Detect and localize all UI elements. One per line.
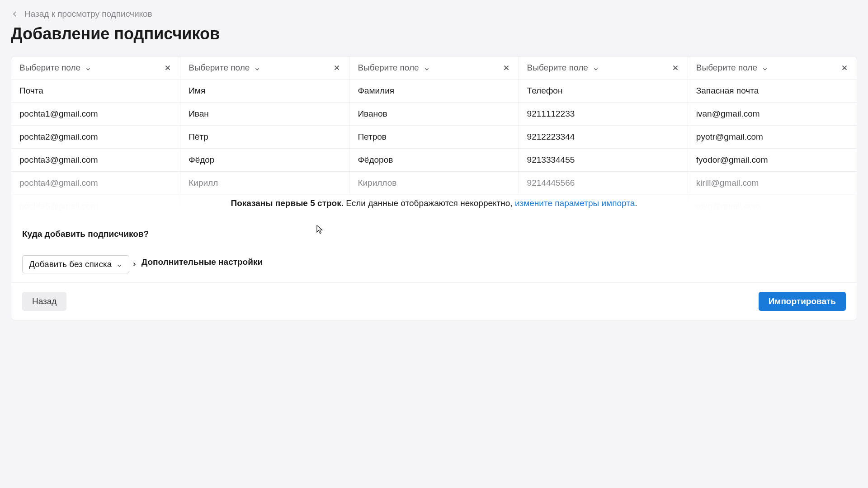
field-select[interactable]: Выберите поле	[696, 63, 768, 73]
table-cell: pyotr@gmail.com	[688, 126, 857, 148]
field-selector-cell: Выберите поле	[688, 56, 857, 79]
chevron-right-icon	[132, 259, 137, 265]
field-select-label: Выберите поле	[19, 63, 80, 73]
column-header: Фамилия	[349, 80, 519, 102]
footer-actions: Назад Импортировать	[11, 282, 857, 320]
arrow-left-icon	[11, 10, 19, 18]
remove-column-icon[interactable]	[671, 64, 679, 72]
table-cell: Петров	[349, 126, 519, 148]
field-select-label: Выберите поле	[189, 63, 250, 73]
field-selector-cell: Выберите поле	[519, 56, 688, 79]
field-select-label: Выберите поле	[696, 63, 757, 73]
table-row: pochta1@gmail.com Иван Иванов 9211112233…	[11, 103, 857, 126]
chevron-down-icon	[593, 65, 599, 71]
preview-table: Выберите поле Выберите поле Выберите пол…	[11, 56, 857, 217]
target-list-value: Добавить без списка	[29, 259, 112, 269]
target-list-select[interactable]: Добавить без списка	[22, 255, 129, 273]
field-select[interactable]: Выберите поле	[358, 63, 429, 73]
remove-column-icon[interactable]	[840, 64, 849, 72]
field-selector-cell: Выберите поле	[349, 56, 519, 79]
table-cell: 9214445566	[519, 172, 688, 194]
table-cell: ivan@gmail.com	[688, 103, 857, 125]
field-select[interactable]: Выберите поле	[19, 63, 91, 73]
target-label: Куда добавить подписчиков?	[22, 229, 846, 239]
field-select-label: Выберите поле	[358, 63, 419, 73]
column-header: Имя	[180, 80, 349, 102]
table-row: pochta2@gmail.com Пётр Петров 9212223344…	[11, 126, 857, 149]
table-cell: 9212223344	[519, 126, 688, 148]
remove-column-icon[interactable]	[502, 64, 510, 72]
chevron-down-icon	[762, 65, 768, 71]
target-section: Куда добавить подписчиков? Добавить без …	[11, 217, 857, 282]
chevron-down-icon	[424, 65, 430, 71]
field-selector-cell: Выберите поле	[180, 56, 349, 79]
table-cell: Пётр	[180, 126, 349, 148]
chevron-down-icon	[116, 261, 123, 267]
table-cell: pochta4@gmail.com	[11, 172, 180, 194]
field-selector-cell: Выберите поле	[11, 56, 180, 79]
column-header: Телефон	[519, 80, 688, 102]
import-panel: Выберите поле Выберите поле Выберите пол…	[11, 56, 857, 320]
table-cell: pochta1@gmail.com	[11, 103, 180, 125]
table-row: pochta4@gmail.com Кирилл Кириллов 921444…	[11, 172, 857, 195]
table-cell: kirill@gmail.com	[688, 172, 857, 194]
table-cell: Кириллов	[349, 172, 519, 194]
table-cell	[349, 195, 519, 217]
additional-settings-label: Дополнительные настройки	[142, 257, 263, 267]
field-select-label: Выберите поле	[527, 63, 588, 73]
table-cell: Фёдор	[180, 149, 349, 171]
table-cell: Кирилл	[180, 172, 349, 194]
change-import-params-link[interactable]: измените параметры импорта	[515, 198, 635, 208]
import-button[interactable]: Импортировать	[759, 292, 846, 311]
table-cell: Фёдоров	[349, 149, 519, 171]
additional-settings-toggle[interactable]: Дополнительные настройки	[132, 257, 263, 267]
table-row: pochta3@gmail.com Фёдор Фёдоров 92133344…	[11, 149, 857, 172]
table-cell: pochta5@gmail.com	[11, 195, 180, 217]
field-selector-row: Выберите поле Выберите поле Выберите пол…	[11, 56, 857, 80]
table-cell: Иван	[180, 103, 349, 125]
page-title: Добавление подписчиков	[11, 24, 857, 43]
remove-column-icon[interactable]	[333, 64, 341, 72]
table-cell	[180, 195, 349, 217]
field-select[interactable]: Выберите поле	[189, 63, 260, 73]
table-cell: Иванов	[349, 103, 519, 125]
table-cell: 9213334455	[519, 149, 688, 171]
chevron-down-icon	[254, 65, 260, 71]
back-link[interactable]: Назад к просмотру подписчиков	[11, 9, 152, 19]
chevron-down-icon	[85, 65, 91, 71]
table-cell: pochta2@gmail.com	[11, 126, 180, 148]
column-header: Почта	[11, 80, 180, 102]
remove-column-icon[interactable]	[164, 64, 172, 72]
back-button[interactable]: Назад	[22, 292, 66, 311]
column-header: Запасная почта	[688, 80, 857, 102]
back-link-label: Назад к просмотру подписчиков	[24, 9, 152, 19]
header-labels-row: Почта Имя Фамилия Телефон Запасная почта	[11, 80, 857, 103]
table-cell: 9211112233	[519, 103, 688, 125]
table-row: pochta5@gmail.com oleg@gmail.com	[11, 195, 857, 217]
field-select[interactable]: Выберите поле	[527, 63, 599, 73]
table-cell: pochta3@gmail.com	[11, 149, 180, 171]
table-cell: oleg@gmail.com	[688, 195, 857, 217]
table-cell: fyodor@gmail.com	[688, 149, 857, 171]
